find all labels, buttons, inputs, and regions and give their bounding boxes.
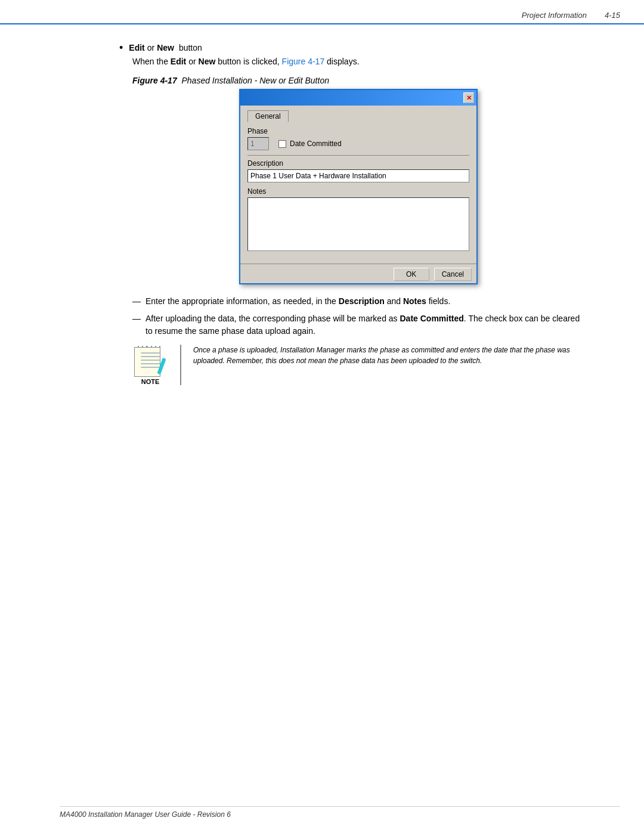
description-input[interactable] bbox=[247, 169, 469, 182]
note-label: NOTE bbox=[132, 378, 168, 385]
dialog-window: ✕ General Phase Date Committed bbox=[239, 89, 478, 284]
dialog-titlebar: ✕ bbox=[240, 90, 476, 106]
notepad-body bbox=[134, 347, 160, 377]
dash-char-2: — bbox=[132, 312, 141, 337]
notepad-line bbox=[141, 367, 160, 368]
page-header: Project Information 4-15 bbox=[0, 0, 644, 24]
body-bold1: Edit bbox=[171, 57, 186, 66]
page-container: Project Information 4-15 • Edit or New b… bbox=[0, 0, 644, 833]
dash-char-1: — bbox=[132, 295, 141, 308]
description-label: Description bbox=[247, 159, 469, 168]
notes-label: Notes bbox=[247, 187, 469, 196]
header-page: 4-15 bbox=[605, 11, 620, 20]
dash-text-1: Enter the appropriate information, as ne… bbox=[145, 295, 584, 308]
note-section: NOTE Once a phase is uploaded, Installat… bbox=[132, 345, 584, 385]
notepad-line bbox=[141, 363, 160, 364]
dash-text-2: After uploading the data, the correspond… bbox=[145, 312, 584, 337]
header-title: Project Information bbox=[522, 11, 587, 20]
bullet-dot: • bbox=[119, 42, 123, 53]
page-footer: MA4000 Installation Manager User Guide -… bbox=[60, 806, 620, 819]
dialog-body: General Phase Date Committed Description bbox=[240, 106, 476, 259]
dash-list: — Enter the appropriate information, as … bbox=[132, 295, 584, 337]
date-committed-label: Date Committed bbox=[290, 140, 342, 148]
date-committed-bold: Date Committed bbox=[400, 314, 464, 323]
figure-caption: Phased Installation - New or Edit Button bbox=[179, 76, 329, 85]
bullet-body: When the Edit or New button is clicked, … bbox=[132, 57, 584, 66]
notepad-lines bbox=[141, 352, 160, 370]
figure-link[interactable]: Figure 4-17 bbox=[282, 57, 325, 66]
phase-input[interactable] bbox=[247, 137, 269, 150]
figure-number: Figure 4-17 bbox=[132, 76, 177, 85]
bullet-title-row: • Edit or New button bbox=[119, 42, 584, 53]
notepad-line bbox=[141, 356, 160, 357]
tab-general[interactable]: General bbox=[247, 110, 289, 122]
notes-bold: Notes bbox=[403, 296, 426, 306]
phase-label: Phase bbox=[247, 127, 469, 135]
date-committed-row: Date Committed bbox=[278, 140, 342, 148]
note-icon-wrapper: NOTE bbox=[132, 345, 168, 385]
bullet-or: or bbox=[147, 43, 154, 52]
note-divider-line bbox=[180, 345, 181, 385]
footer-text: MA4000 Installation Manager User Guide -… bbox=[60, 810, 231, 819]
new-label: New bbox=[157, 43, 174, 52]
notepad-line bbox=[141, 352, 160, 354]
dialog-wrapper: ✕ General Phase Date Committed bbox=[132, 89, 584, 284]
divider bbox=[247, 155, 469, 156]
dash-item-2: — After uploading the data, the correspo… bbox=[132, 312, 584, 337]
dash-item-1: — Enter the appropriate information, as … bbox=[132, 295, 584, 308]
button-row: OK Cancel bbox=[240, 264, 476, 283]
phase-field-row: Date Committed bbox=[247, 137, 469, 150]
cancel-button[interactable]: Cancel bbox=[434, 268, 472, 281]
bullet-section: • Edit or New button When the Edit or Ne… bbox=[119, 42, 584, 66]
dialog-close-button[interactable]: ✕ bbox=[463, 92, 474, 103]
body-bold2: New bbox=[199, 57, 216, 66]
edit-label: Edit bbox=[129, 43, 144, 52]
bullet-suffix: button bbox=[177, 43, 202, 52]
tab-row: General bbox=[247, 110, 469, 122]
notepad-line bbox=[141, 360, 160, 361]
ok-button[interactable]: OK bbox=[394, 268, 429, 281]
notes-textarea[interactable] bbox=[247, 197, 469, 251]
note-text: Once a phase is uploaded, Installation M… bbox=[193, 345, 584, 366]
figure-label-wrapper: Figure 4-17 Phased Installation - New or… bbox=[132, 76, 584, 85]
date-committed-checkbox[interactable] bbox=[278, 140, 286, 148]
main-content: • Edit or New button When the Edit or Ne… bbox=[0, 24, 644, 403]
notepad-icon bbox=[132, 345, 162, 377]
description-bold: Description bbox=[339, 296, 385, 306]
